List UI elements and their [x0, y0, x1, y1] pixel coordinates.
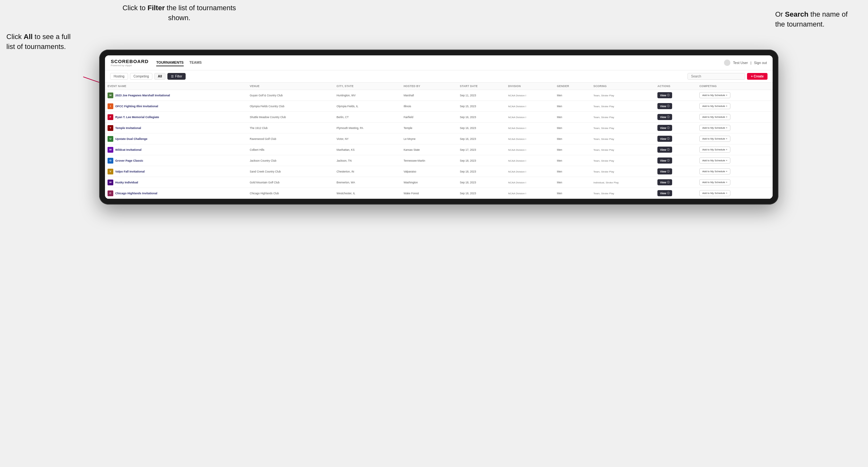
- view-button-0[interactable]: View ⓘ: [657, 92, 672, 98]
- cell-date-2: Sep 16, 2023: [457, 112, 506, 123]
- team-logo-2: F: [107, 114, 113, 120]
- cell-event-name-7: V Valpo Fall Invitational: [105, 166, 247, 177]
- table-row: I OFCC Fighting Illini Invitational Olym…: [105, 101, 773, 112]
- cell-competing-0: Add to My Schedule +: [697, 90, 773, 101]
- add-to-schedule-button-0[interactable]: Add to My Schedule +: [699, 92, 731, 98]
- cell-venue-7: Sand Creek Country Club: [247, 166, 334, 177]
- view-info-icon-2: ⓘ: [667, 115, 670, 119]
- cell-event-name-8: W Husky Individual: [105, 177, 247, 188]
- team-logo-4: U: [107, 136, 113, 142]
- cell-division-4: NCAA Division I: [505, 133, 554, 144]
- view-button-9[interactable]: View ⓘ: [657, 190, 672, 196]
- event-name-7: Valpo Fall Invitational: [115, 170, 145, 173]
- event-name-2: Ryan T. Lee Memorial Collegiate: [115, 116, 159, 119]
- view-button-2[interactable]: View ⓘ: [657, 114, 672, 120]
- tab-all[interactable]: All: [154, 73, 165, 80]
- logo-sub: Powered by clippd: [111, 64, 149, 67]
- team-logo-0: M: [107, 93, 113, 98]
- cell-date-9: Sep 18, 2023: [457, 188, 506, 199]
- cell-date-6: Sep 18, 2023: [457, 155, 506, 166]
- col-gender: GENDER: [554, 83, 591, 90]
- team-logo-7: V: [107, 169, 113, 175]
- add-to-schedule-button-9[interactable]: Add to My Schedule +: [699, 190, 731, 196]
- cell-city-0: Huntington, WV: [334, 90, 401, 101]
- signout-link[interactable]: Sign out: [754, 61, 767, 65]
- view-button-3[interactable]: View ⓘ: [657, 125, 672, 131]
- app-header: SCOREBOARD Powered by clippd TOURNAMENTS…: [105, 55, 773, 70]
- cell-date-1: Sep 15, 2023: [457, 101, 506, 112]
- search-input[interactable]: [687, 73, 745, 80]
- cell-gender-4: Men: [554, 133, 591, 144]
- view-info-icon-6: ⓘ: [667, 159, 670, 162]
- cell-event-name-1: I OFCC Fighting Illini Invitational: [105, 101, 247, 112]
- view-button-7[interactable]: View ⓘ: [657, 168, 672, 175]
- nav-tournaments[interactable]: TOURNAMENTS: [156, 59, 183, 66]
- cell-event-name-2: F Ryan T. Lee Memorial Collegiate: [105, 112, 247, 123]
- tablet-screen: SCOREBOARD Powered by clippd TOURNAMENTS…: [105, 55, 773, 199]
- user-name: Test User: [733, 61, 748, 65]
- cell-gender-6: Men: [554, 155, 591, 166]
- col-actions: ACTIONS: [655, 83, 697, 90]
- annotation-filter: Click to Filter the list of tournaments …: [122, 3, 237, 23]
- add-to-schedule-button-4[interactable]: Add to My Schedule +: [699, 136, 731, 142]
- cell-event-name-3: T Temple Invitational: [105, 123, 247, 133]
- event-name-0: 2023 Joe Feaganes Marshall Invitational: [115, 94, 170, 97]
- table-row: F Ryan T. Lee Memorial Collegiate Shuttl…: [105, 112, 773, 123]
- tournaments-table-container: EVENT NAME VENUE CITY, STATE HOSTED BY S…: [105, 83, 773, 199]
- col-hosted-by: HOSTED BY: [401, 83, 457, 90]
- add-to-schedule-button-7[interactable]: Add to My Schedule +: [699, 168, 731, 175]
- table-row: W Wildcat Invitational Colbert Hills Man…: [105, 144, 773, 155]
- add-to-schedule-button-2[interactable]: Add to My Schedule +: [699, 114, 731, 120]
- cell-venue-8: Gold Mountain Golf Club: [247, 177, 334, 188]
- cell-city-6: Jackson, TN: [334, 155, 401, 166]
- event-name-4: Upstate Dual Challenge: [115, 137, 148, 141]
- team-logo-6: G: [107, 158, 113, 163]
- cell-gender-2: Men: [554, 112, 591, 123]
- add-to-schedule-button-6[interactable]: Add to My Schedule +: [699, 157, 731, 163]
- add-to-schedule-button-3[interactable]: Add to My Schedule +: [699, 125, 731, 131]
- cell-city-7: Chesterton, IN: [334, 166, 401, 177]
- create-button[interactable]: + Create: [747, 73, 768, 80]
- cell-actions-7: View ⓘ: [655, 166, 697, 177]
- cell-gender-9: Men: [554, 188, 591, 199]
- add-to-schedule-button-8[interactable]: Add to My Schedule +: [699, 179, 731, 185]
- view-info-icon-3: ⓘ: [667, 126, 670, 130]
- cell-actions-5: View ⓘ: [655, 144, 697, 155]
- cell-division-6: NCAA Division I: [505, 155, 554, 166]
- col-scoring: SCORING: [591, 83, 655, 90]
- cell-actions-4: View ⓘ: [655, 133, 697, 144]
- cell-actions-9: View ⓘ: [655, 188, 697, 199]
- view-button-8[interactable]: View ⓘ: [657, 179, 672, 185]
- table-body: M 2023 Joe Feaganes Marshall Invitationa…: [105, 90, 773, 199]
- team-logo-8: W: [107, 180, 113, 185]
- cell-scoring-9: Team, Stroke Play: [591, 188, 655, 199]
- add-to-schedule-button-1[interactable]: Add to My Schedule +: [699, 103, 731, 109]
- nav-teams[interactable]: TEAMS: [189, 59, 202, 66]
- filter-button[interactable]: ☰ Filter: [167, 73, 186, 80]
- cell-hosted-6: Tennessee-Martin: [401, 155, 457, 166]
- cell-event-name-6: G Grover Page Classic: [105, 155, 247, 166]
- tab-competing[interactable]: Competing: [130, 73, 152, 80]
- cell-scoring-1: Team, Stroke Play: [591, 101, 655, 112]
- tab-hosting[interactable]: Hosting: [110, 73, 128, 80]
- cell-competing-4: Add to My Schedule +: [697, 133, 773, 144]
- col-division: DIVISION: [505, 83, 554, 90]
- cell-scoring-8: Individual, Stroke Play: [591, 177, 655, 188]
- toolbar: Hosting Competing All ☰ Filter + Create: [105, 70, 773, 83]
- cell-actions-3: View ⓘ: [655, 123, 697, 133]
- cell-city-8: Bremerton, WA: [334, 177, 401, 188]
- cell-competing-7: Add to My Schedule +: [697, 166, 773, 177]
- cell-division-7: NCAA Division I: [505, 166, 554, 177]
- view-button-6[interactable]: View ⓘ: [657, 157, 672, 163]
- view-info-icon-5: ⓘ: [667, 148, 670, 151]
- view-info-icon-4: ⓘ: [667, 137, 670, 141]
- view-button-1[interactable]: View ⓘ: [657, 103, 672, 109]
- col-start-date: START DATE: [457, 83, 506, 90]
- cell-hosted-9: Wake Forest: [401, 188, 457, 199]
- view-button-4[interactable]: View ⓘ: [657, 136, 672, 142]
- view-button-5[interactable]: View ⓘ: [657, 147, 672, 153]
- add-to-schedule-button-5[interactable]: Add to My Schedule +: [699, 147, 731, 153]
- col-competing: COMPETING: [697, 83, 773, 90]
- cell-venue-5: Colbert Hills: [247, 144, 334, 155]
- event-name-5: Wildcat Invitational: [115, 148, 142, 151]
